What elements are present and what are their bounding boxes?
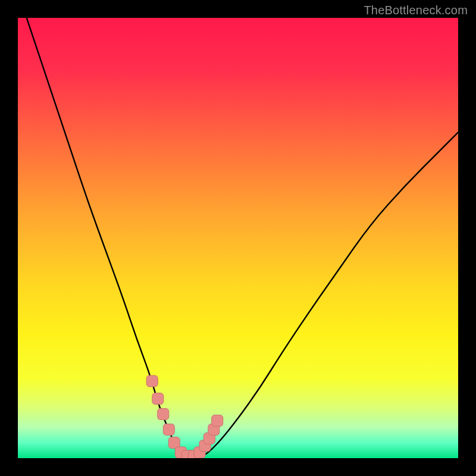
outer-frame: TheBottleneck.com [0,0,476,476]
chart-svg [18,18,458,458]
marker-group [146,375,223,458]
marker-point [158,409,169,420]
watermark-text: TheBottleneck.com [364,4,468,17]
marker-point [163,424,174,435]
marker-point [146,375,158,387]
marker-point [212,415,223,427]
plot-area [18,18,458,458]
bottleneck-curve [18,18,458,458]
marker-point [152,393,164,405]
